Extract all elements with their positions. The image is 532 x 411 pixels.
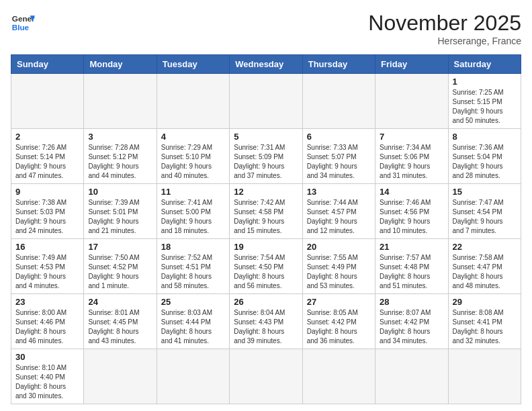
calendar-day-cell: 19Sunrise: 7:54 AM Sunset: 4:50 PM Dayli… xyxy=(230,239,302,294)
day-info: Sunrise: 8:05 AM Sunset: 4:42 PM Dayligh… xyxy=(307,308,371,346)
day-info: Sunrise: 7:33 AM Sunset: 5:07 PM Dayligh… xyxy=(307,143,371,181)
calendar-day-cell: 18Sunrise: 7:52 AM Sunset: 4:51 PM Dayli… xyxy=(157,239,229,294)
weekday-header-saturday: Saturday xyxy=(448,55,521,74)
day-info: Sunrise: 7:29 AM Sunset: 5:10 PM Dayligh… xyxy=(161,143,225,181)
day-info: Sunrise: 7:42 AM Sunset: 4:58 PM Dayligh… xyxy=(234,198,298,236)
calendar-week-row: 30Sunrise: 8:10 AM Sunset: 4:40 PM Dayli… xyxy=(11,349,521,404)
calendar-day-cell: 25Sunrise: 8:03 AM Sunset: 4:44 PM Dayli… xyxy=(157,294,229,349)
calendar-day-cell: 13Sunrise: 7:44 AM Sunset: 4:57 PM Dayli… xyxy=(302,184,375,239)
calendar-day-cell xyxy=(375,74,448,129)
calendar-day-cell: 10Sunrise: 7:39 AM Sunset: 5:01 PM Dayli… xyxy=(84,184,157,239)
day-number: 12 xyxy=(234,187,298,197)
calendar-week-row: 23Sunrise: 8:00 AM Sunset: 4:46 PM Dayli… xyxy=(11,294,521,349)
calendar-day-cell: 24Sunrise: 8:01 AM Sunset: 4:45 PM Dayli… xyxy=(84,294,157,349)
location-subtitle: Herserange, France xyxy=(368,36,521,46)
weekday-header-sunday: Sunday xyxy=(11,55,84,74)
calendar-day-cell xyxy=(302,74,375,129)
day-number: 11 xyxy=(161,187,225,197)
calendar-day-cell: 4Sunrise: 7:29 AM Sunset: 5:10 PM Daylig… xyxy=(157,129,229,184)
day-info: Sunrise: 7:44 AM Sunset: 4:57 PM Dayligh… xyxy=(307,198,371,236)
weekday-header-monday: Monday xyxy=(84,55,157,74)
day-info: Sunrise: 8:04 AM Sunset: 4:43 PM Dayligh… xyxy=(234,308,298,346)
logo: General Blue xyxy=(11,11,35,35)
day-number: 3 xyxy=(88,132,152,142)
calendar-day-cell xyxy=(157,349,229,404)
day-info: Sunrise: 7:26 AM Sunset: 5:14 PM Dayligh… xyxy=(15,143,79,181)
day-number: 7 xyxy=(380,132,443,142)
day-info: Sunrise: 7:55 AM Sunset: 4:49 PM Dayligh… xyxy=(307,253,371,291)
calendar-day-cell: 9Sunrise: 7:38 AM Sunset: 5:03 PM Daylig… xyxy=(11,184,84,239)
day-info: Sunrise: 7:58 AM Sunset: 4:47 PM Dayligh… xyxy=(453,253,517,291)
day-number: 10 xyxy=(88,187,152,197)
calendar-day-cell: 1Sunrise: 7:25 AM Sunset: 5:15 PM Daylig… xyxy=(448,74,521,129)
day-info: Sunrise: 7:50 AM Sunset: 4:52 PM Dayligh… xyxy=(88,253,152,291)
svg-text:Blue: Blue xyxy=(12,23,30,32)
calendar-day-cell: 28Sunrise: 8:07 AM Sunset: 4:42 PM Dayli… xyxy=(375,294,448,349)
day-info: Sunrise: 7:39 AM Sunset: 5:01 PM Dayligh… xyxy=(88,198,152,236)
day-number: 5 xyxy=(234,132,298,142)
weekday-header-wednesday: Wednesday xyxy=(230,55,302,74)
logo-icon: General Blue xyxy=(11,11,35,35)
day-number: 18 xyxy=(161,242,225,252)
day-info: Sunrise: 7:25 AM Sunset: 5:15 PM Dayligh… xyxy=(453,88,517,126)
calendar-day-cell xyxy=(157,74,229,129)
day-number: 13 xyxy=(307,187,371,197)
calendar-day-cell: 17Sunrise: 7:50 AM Sunset: 4:52 PM Dayli… xyxy=(84,239,157,294)
day-number: 21 xyxy=(380,242,443,252)
day-info: Sunrise: 7:38 AM Sunset: 5:03 PM Dayligh… xyxy=(15,198,79,236)
calendar-day-cell: 14Sunrise: 7:46 AM Sunset: 4:56 PM Dayli… xyxy=(375,184,448,239)
calendar-day-cell: 5Sunrise: 7:31 AM Sunset: 5:09 PM Daylig… xyxy=(230,129,302,184)
calendar-day-cell xyxy=(230,74,302,129)
day-info: Sunrise: 7:46 AM Sunset: 4:56 PM Dayligh… xyxy=(380,198,443,236)
day-info: Sunrise: 7:49 AM Sunset: 4:53 PM Dayligh… xyxy=(15,253,79,291)
calendar-day-cell: 6Sunrise: 7:33 AM Sunset: 5:07 PM Daylig… xyxy=(302,129,375,184)
day-number: 27 xyxy=(307,297,371,307)
calendar-table: SundayMondayTuesdayWednesdayThursdayFrid… xyxy=(11,54,521,404)
day-number: 24 xyxy=(88,297,152,307)
calendar-day-cell: 15Sunrise: 7:47 AM Sunset: 4:54 PM Dayli… xyxy=(448,184,521,239)
weekday-header-tuesday: Tuesday xyxy=(157,55,229,74)
day-info: Sunrise: 7:41 AM Sunset: 5:00 PM Dayligh… xyxy=(161,198,225,236)
day-number: 22 xyxy=(453,242,517,252)
calendar-day-cell: 29Sunrise: 8:08 AM Sunset: 4:41 PM Dayli… xyxy=(448,294,521,349)
calendar-day-cell xyxy=(448,349,521,404)
day-info: Sunrise: 7:47 AM Sunset: 4:54 PM Dayligh… xyxy=(453,198,517,236)
calendar-day-cell: 8Sunrise: 7:36 AM Sunset: 5:04 PM Daylig… xyxy=(448,129,521,184)
day-info: Sunrise: 7:28 AM Sunset: 5:12 PM Dayligh… xyxy=(88,143,152,181)
calendar-day-cell xyxy=(302,349,375,404)
day-number: 2 xyxy=(15,132,79,142)
day-number: 28 xyxy=(380,297,443,307)
calendar-day-cell xyxy=(11,74,84,129)
calendar-day-cell: 22Sunrise: 7:58 AM Sunset: 4:47 PM Dayli… xyxy=(448,239,521,294)
day-number: 1 xyxy=(453,77,517,87)
calendar-day-cell: 23Sunrise: 8:00 AM Sunset: 4:46 PM Dayli… xyxy=(11,294,84,349)
calendar-day-cell: 7Sunrise: 7:34 AM Sunset: 5:06 PM Daylig… xyxy=(375,129,448,184)
calendar-day-cell: 3Sunrise: 7:28 AM Sunset: 5:12 PM Daylig… xyxy=(84,129,157,184)
day-info: Sunrise: 8:07 AM Sunset: 4:42 PM Dayligh… xyxy=(380,308,443,346)
calendar-day-cell xyxy=(84,74,157,129)
calendar-week-row: 16Sunrise: 7:49 AM Sunset: 4:53 PM Dayli… xyxy=(11,239,521,294)
weekday-header-friday: Friday xyxy=(375,55,448,74)
day-info: Sunrise: 7:57 AM Sunset: 4:48 PM Dayligh… xyxy=(380,253,443,291)
day-info: Sunrise: 8:10 AM Sunset: 4:40 PM Dayligh… xyxy=(15,363,79,401)
day-info: Sunrise: 7:36 AM Sunset: 5:04 PM Dayligh… xyxy=(453,143,517,181)
day-number: 29 xyxy=(453,297,517,307)
day-number: 6 xyxy=(307,132,371,142)
weekday-header-thursday: Thursday xyxy=(302,55,375,74)
day-number: 19 xyxy=(234,242,298,252)
calendar-day-cell xyxy=(84,349,157,404)
calendar-day-cell: 20Sunrise: 7:55 AM Sunset: 4:49 PM Dayli… xyxy=(302,239,375,294)
calendar-week-row: 1Sunrise: 7:25 AM Sunset: 5:15 PM Daylig… xyxy=(11,74,521,129)
day-number: 4 xyxy=(161,132,225,142)
day-number: 14 xyxy=(380,187,443,197)
calendar-day-cell xyxy=(230,349,302,404)
day-number: 9 xyxy=(15,187,79,197)
calendar-day-cell: 30Sunrise: 8:10 AM Sunset: 4:40 PM Dayli… xyxy=(11,349,84,404)
day-number: 23 xyxy=(15,297,79,307)
day-info: Sunrise: 7:34 AM Sunset: 5:06 PM Dayligh… xyxy=(380,143,443,181)
day-info: Sunrise: 7:52 AM Sunset: 4:51 PM Dayligh… xyxy=(161,253,225,291)
day-info: Sunrise: 7:54 AM Sunset: 4:50 PM Dayligh… xyxy=(234,253,298,291)
day-number: 17 xyxy=(88,242,152,252)
title-section: November 2025 Herserange, France xyxy=(368,11,521,46)
weekday-header-row: SundayMondayTuesdayWednesdayThursdayFrid… xyxy=(11,55,521,74)
